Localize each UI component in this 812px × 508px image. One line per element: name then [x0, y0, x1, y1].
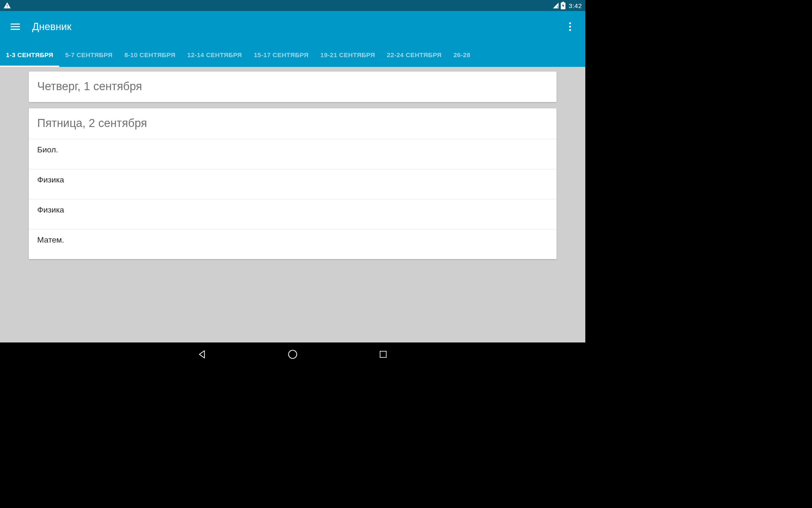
warning-icon — [3, 2, 11, 9]
tab-2[interactable]: 8-10 СЕНТЯБРЯ — [118, 42, 181, 67]
svg-point-9 — [569, 29, 571, 31]
svg-rect-5 — [11, 26, 20, 27]
more-vert-icon — [569, 22, 571, 31]
recents-button[interactable] — [374, 345, 392, 364]
svg-point-7 — [569, 22, 571, 25]
status-time: 3:42 — [569, 2, 582, 9]
day-card: Пятница, 2 сентябряБиол.ФизикаФизикаМате… — [29, 108, 557, 259]
menu-button[interactable] — [7, 18, 24, 35]
back-icon — [197, 349, 208, 360]
battery-icon — [561, 2, 565, 9]
tab-6[interactable]: 22-24 СЕНТЯБРЯ — [381, 42, 447, 67]
tab-5[interactable]: 19-21 СЕНТЯБРЯ — [315, 42, 381, 67]
back-button[interactable] — [193, 345, 211, 364]
tab-3[interactable]: 12-14 СЕНТЯБРЯ — [181, 42, 248, 67]
app-bar: Дневник 1-3 СЕНТЯБРЯ5-7 СЕНТЯБРЯ8-10 СЕН… — [0, 11, 585, 67]
system-nav-bar — [0, 342, 585, 366]
svg-point-8 — [569, 26, 571, 28]
signal-icon — [552, 2, 559, 9]
lesson-row[interactable]: Матем. — [29, 229, 557, 259]
home-icon — [287, 349, 298, 360]
svg-rect-3 — [562, 2, 564, 3]
tab-1[interactable]: 5-7 СЕНТЯБРЯ — [59, 42, 118, 67]
day-header: Пятница, 2 сентября — [29, 108, 557, 139]
svg-point-10 — [288, 350, 297, 359]
recents-icon — [379, 350, 388, 359]
hamburger-icon — [11, 22, 20, 31]
app-bar-top: Дневник — [0, 11, 585, 42]
screen: 3:42 Дневник 1-3 СЕНТЯБРЯ5-7 СЕНТЯБРЯ8-1… — [0, 0, 585, 366]
day-card: Четверг, 1 сентября — [29, 72, 557, 102]
day-header: Четверг, 1 сентября — [29, 72, 557, 102]
tab-0[interactable]: 1-3 СЕНТЯБРЯ — [0, 42, 59, 67]
lesson-row[interactable]: Физика — [29, 199, 557, 229]
tab-7[interactable]: 26-28 — [447, 42, 476, 67]
svg-rect-6 — [11, 29, 20, 30]
page-title: Дневник — [32, 21, 71, 33]
home-button[interactable] — [283, 345, 302, 364]
svg-rect-1 — [557, 8, 558, 8]
lesson-row[interactable]: Физика — [29, 169, 557, 199]
svg-rect-4 — [11, 24, 20, 25]
lesson-row[interactable]: Биол. — [29, 139, 557, 169]
tab-bar[interactable]: 1-3 СЕНТЯБРЯ5-7 СЕНТЯБРЯ8-10 СЕНТЯБРЯ12-… — [0, 42, 585, 67]
overflow-button[interactable] — [562, 18, 579, 35]
diary-content[interactable]: Четверг, 1 сентябряПятница, 2 сентябряБи… — [0, 67, 585, 342]
status-bar: 3:42 — [0, 0, 585, 11]
tab-4[interactable]: 15-17 СЕНТЯБРЯ — [248, 42, 314, 67]
svg-rect-11 — [380, 351, 387, 358]
